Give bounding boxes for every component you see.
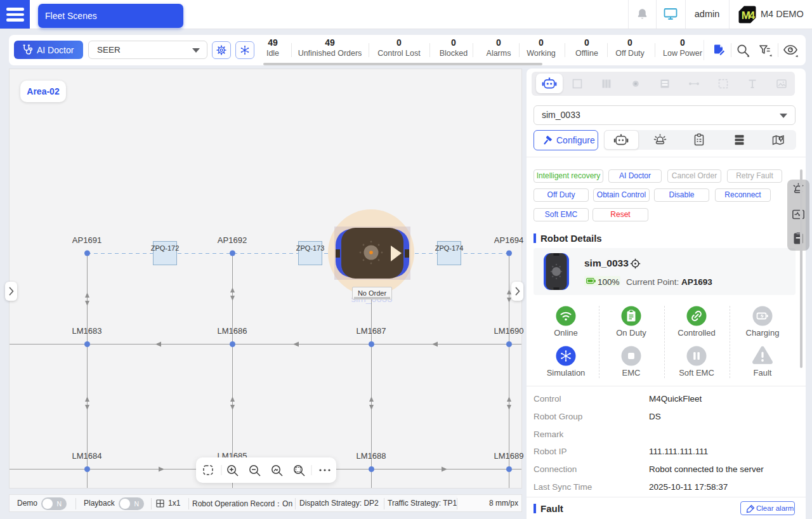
svg-text:AP1694: AP1694 bbox=[494, 235, 523, 245]
svg-text:AP1691: AP1691 bbox=[72, 235, 102, 245]
svg-text:ZPQ-173: ZPQ-173 bbox=[296, 244, 325, 252]
svg-text:M4: M4 bbox=[742, 10, 756, 22]
svg-text:LM1683: LM1683 bbox=[72, 326, 102, 336]
svg-text:LM1684: LM1684 bbox=[72, 451, 102, 461]
svg-text:ZPQ-172: ZPQ-172 bbox=[151, 244, 180, 252]
svg-text:LM1687: LM1687 bbox=[357, 326, 386, 336]
svg-text:ZPQ-174: ZPQ-174 bbox=[435, 244, 464, 252]
svg-text:LM1690: LM1690 bbox=[494, 326, 524, 336]
svg-text:LM1688: LM1688 bbox=[357, 451, 386, 461]
svg-text:LM1686: LM1686 bbox=[218, 326, 247, 336]
svg-text:AP1692: AP1692 bbox=[218, 235, 247, 245]
svg-text:LM1689: LM1689 bbox=[494, 451, 524, 461]
